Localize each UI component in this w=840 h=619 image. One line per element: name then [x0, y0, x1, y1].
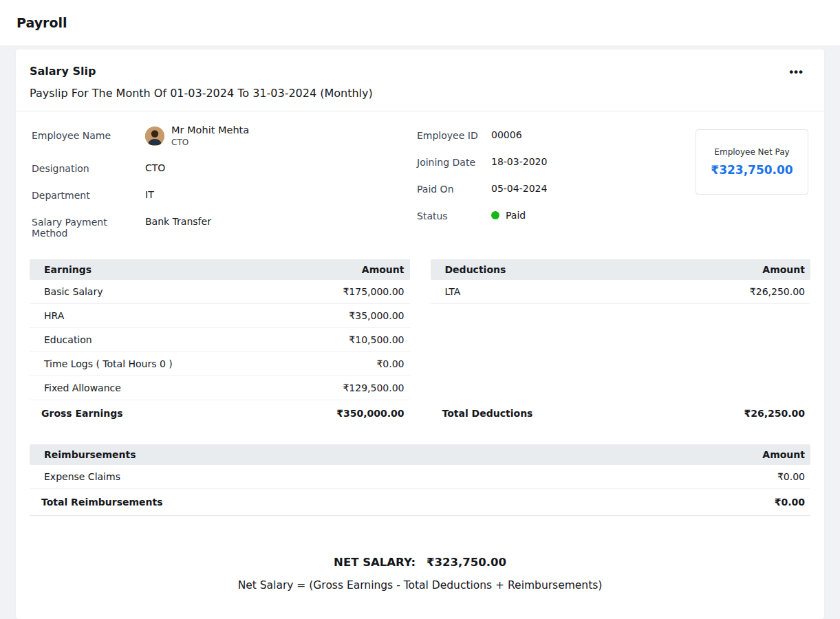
total-reimbursements-amount: ₹0.00: [775, 497, 805, 508]
net-salary-formula: Net Salary = (Gross Earnings - Total Ded…: [30, 579, 810, 591]
status-row: Status Paid: [417, 210, 630, 221]
employee-name-value: Mr Mohit Mehta: [171, 124, 249, 135]
deductions-header: Deductions Amount: [431, 259, 811, 280]
net-pay-label: Employee Net Pay: [714, 147, 789, 157]
employee-net-pay-box: Employee Net Pay ₹323,750.00: [696, 129, 808, 195]
status-paid-dot-icon: [491, 211, 499, 219]
designation-row: Designation CTO: [32, 162, 417, 174]
row-label: Basic Salary: [44, 286, 103, 297]
status-value: Paid: [506, 210, 526, 221]
table-row: Basic Salary ₹175,000.00: [30, 280, 410, 304]
row-amount: ₹26,250.00: [750, 286, 805, 297]
row-amount: ₹129,500.00: [343, 382, 404, 393]
joining-date-row: Joining Date 18-03-2020: [417, 156, 630, 168]
row-label: Expense Claims: [44, 471, 120, 482]
total-deductions-row: Total Deductions ₹26,250.00: [431, 400, 811, 426]
table-row: LTA ₹26,250.00: [431, 280, 811, 304]
card-title: Salary Slip: [30, 65, 373, 78]
page-title: Payroll: [17, 15, 67, 30]
earnings-title: Earnings: [44, 264, 91, 275]
designation-value: CTO: [145, 162, 165, 173]
row-label: LTA: [445, 286, 461, 297]
row-label: Time Logs ( Total Hours 0 ): [44, 358, 173, 369]
table-row: Time Logs ( Total Hours 0 ) ₹0.00: [30, 352, 410, 376]
deductions-table: Deductions Amount LTA ₹26,250.00 Total D…: [431, 259, 811, 426]
employee-id-label: Employee ID: [417, 129, 491, 141]
earnings-header: Earnings Amount: [30, 259, 410, 280]
earnings-amount-header: Amount: [362, 264, 405, 275]
joining-date-value: 18-03-2020: [491, 156, 547, 167]
table-row: Expense Claims ₹0.00: [30, 465, 810, 489]
row-amount: ₹10,500.00: [349, 334, 404, 345]
card-header: Salary Slip Payslip For The Month Of 01-…: [16, 50, 824, 111]
row-label: Education: [44, 334, 92, 345]
deductions-title: Deductions: [445, 264, 506, 275]
payment-method-value: Bank Transfer: [145, 216, 211, 227]
paid-on-label: Paid On: [417, 183, 491, 195]
details-right-column: Employee ID 00006 Joining Date 18-03-202…: [417, 129, 630, 237]
payslip-period: Payslip For The Month Of 01-03-2024 To 3…: [30, 87, 373, 100]
row-amount: ₹175,000.00: [343, 286, 404, 297]
ellipsis-icon: •••: [789, 65, 804, 78]
row-label: Fixed Allowance: [44, 382, 121, 393]
department-row: Department IT: [32, 189, 417, 201]
net-salary-summary: NET SALARY:₹323,750.00 Net Salary = (Gro…: [30, 556, 810, 591]
total-deductions-amount: ₹26,250.00: [744, 408, 805, 419]
employee-name-label: Employee Name: [32, 129, 145, 141]
paid-on-value: 05-04-2024: [491, 183, 547, 194]
department-label: Department: [32, 189, 145, 201]
department-value: IT: [145, 189, 154, 200]
reimbursements-table: Reimbursements Amount Expense Claims ₹0.…: [30, 444, 810, 516]
card-body: Employee Name Mr Mohit Mehta CTO: [16, 111, 824, 619]
employee-details: Employee Name Mr Mohit Mehta CTO: [30, 129, 810, 254]
total-deductions-label: Total Deductions: [442, 408, 533, 419]
gross-earnings-row: Gross Earnings ₹350,000.00: [30, 400, 410, 426]
table-row: HRA ₹35,000.00: [30, 304, 410, 328]
reimbursements-title: Reimbursements: [44, 449, 136, 460]
reimbursements-header: Reimbursements Amount: [30, 444, 810, 465]
joining-date-label: Joining Date: [417, 156, 491, 168]
net-salary-label: NET SALARY:: [334, 556, 416, 569]
employee-id-row: Employee ID 00006: [417, 129, 630, 141]
top-bar: Payroll: [0, 0, 840, 45]
reimbursements-amount-header: Amount: [762, 449, 805, 460]
details-left-column: Employee Name Mr Mohit Mehta CTO: [32, 129, 417, 254]
status-value-wrap: Paid: [491, 210, 526, 221]
gross-earnings-amount: ₹350,000.00: [336, 408, 404, 419]
row-label: HRA: [44, 310, 64, 321]
net-salary-amount: ₹323,750.00: [427, 556, 506, 569]
row-amount: ₹0.00: [777, 471, 805, 482]
gross-earnings-label: Gross Earnings: [41, 408, 123, 419]
payment-method-label: Salary Payment Method: [32, 216, 145, 239]
status-label: Status: [417, 210, 491, 221]
more-options-button[interactable]: •••: [785, 65, 808, 79]
employee-id-value: 00006: [491, 129, 522, 140]
row-amount: ₹0.00: [376, 358, 404, 369]
salary-slip-card: Salary Slip Payslip For The Month Of 01-…: [16, 50, 824, 619]
earnings-deductions-row: Earnings Amount Basic Salary ₹175,000.00…: [30, 259, 810, 426]
employee-avatar: [145, 127, 164, 146]
table-row: Fixed Allowance ₹129,500.00: [30, 376, 410, 400]
paid-on-row: Paid On 05-04-2024: [417, 183, 630, 195]
deductions-amount-header: Amount: [762, 264, 805, 275]
table-row: Education ₹10,500.00: [30, 328, 410, 352]
payment-method-row: Salary Payment Method Bank Transfer: [32, 216, 417, 239]
net-pay-amount: ₹323,750.00: [711, 163, 793, 177]
total-reimbursements-row: Total Reimbursements ₹0.00: [30, 489, 810, 516]
total-reimbursements-label: Total Reimbursements: [41, 497, 163, 508]
employee-role: CTO: [171, 138, 249, 147]
designation-label: Designation: [32, 162, 145, 174]
earnings-table: Earnings Amount Basic Salary ₹175,000.00…: [30, 259, 410, 426]
employee-person: Mr Mohit Mehta CTO: [145, 124, 249, 147]
row-amount: ₹35,000.00: [349, 310, 404, 321]
employee-name-row: Employee Name Mr Mohit Mehta CTO: [32, 129, 417, 147]
